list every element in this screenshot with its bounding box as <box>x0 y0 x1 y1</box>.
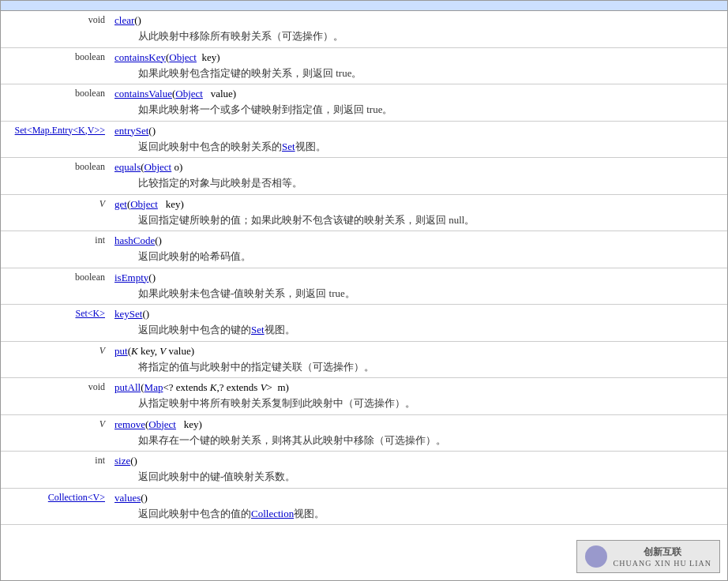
return-type-cell: boolean <box>1 84 110 122</box>
method-cell: keySet()返回此映射中包含的键的Set视图。 <box>110 305 727 342</box>
table-row: intsize()返回此映射中的键-值映射关系数。 <box>1 452 727 489</box>
method-cell: containsKey(Object key)如果此映射包含指定键的映射关系，则… <box>110 47 727 84</box>
method-name-link[interactable]: equals <box>114 161 141 173</box>
table-row: booleanequals(Object o)比较指定的对象与此映射是否相等。 <box>1 158 727 195</box>
param-type-link[interactable]: Map <box>144 381 163 393</box>
method-name-link[interactable]: isEmpty <box>114 272 148 283</box>
method-signature: remove(Object key) <box>114 418 722 431</box>
method-name-link[interactable]: values <box>114 492 141 504</box>
method-description: 如果存在一个键的映射关系，则将其从此映射中移除（可选操作）。 <box>114 433 722 448</box>
method-name-link[interactable]: get <box>114 198 127 210</box>
table-row: Vget(Object key)返回指定键所映射的值；如果此映射不包含该键的映射… <box>1 194 727 231</box>
method-cell: clear()从此映射中移除所有映射关系（可选操作）。 <box>110 11 727 47</box>
param-type-link[interactable]: Object <box>144 161 172 173</box>
table-row: inthashCode()返回此映射的哈希码值。 <box>1 231 727 268</box>
return-type-cell: V <box>1 341 110 378</box>
table-row: voidclear()从此映射中移除所有映射关系（可选操作）。 <box>1 11 727 47</box>
method-name-link[interactable]: clear <box>114 14 134 26</box>
watermark-logo <box>585 545 607 568</box>
method-description: 如果此映射未包含键-值映射关系，则返回 true。 <box>114 286 722 302</box>
method-name-link[interactable]: put <box>114 345 128 357</box>
method-cell: remove(Object key)如果存在一个键的映射关系，则将其从此映射中移… <box>110 414 727 452</box>
method-cell: values()返回此映射中包含的值的Collection视图。 <box>110 488 727 525</box>
method-signature: containsValue(Object value) <box>114 88 722 100</box>
method-cell: equals(Object o)比较指定的对象与此映射是否相等。 <box>110 158 727 195</box>
method-description: 返回此映射中包含的映射关系的Set视图。 <box>114 139 722 155</box>
method-table: voidclear()从此映射中移除所有映射关系（可选操作）。booleanco… <box>1 11 727 525</box>
method-name-link[interactable]: size <box>114 455 130 467</box>
method-signature: putAll(Map<? extends K,? extends V> m) <box>114 381 722 394</box>
return-type-link[interactable]: Set<K> <box>75 308 105 319</box>
method-cell: get(Object key)返回指定键所映射的值；如果此映射不包含该键的映射关… <box>110 194 727 231</box>
return-type-cell: Set<Map.Entry<K,V>> <box>1 121 110 158</box>
table-row: booleancontainsKey(Object key)如果此映射包含指定键… <box>1 47 727 84</box>
return-type-cell: void <box>1 378 110 415</box>
method-signature: entrySet() <box>114 125 722 137</box>
method-signature: equals(Object o) <box>114 161 722 174</box>
method-cell: size()返回此映射中的键-值映射关系数。 <box>110 452 727 489</box>
watermark-line2: CHUANG XIN HU LIAN <box>614 559 711 568</box>
return-type-cell: Set<K> <box>1 305 110 342</box>
method-cell: hashCode()返回此映射的哈希码值。 <box>110 231 727 268</box>
method-name-link[interactable]: containsValue <box>114 88 172 99</box>
table-row: booleanisEmpty()如果此映射未包含键-值映射关系，则返回 true… <box>1 268 727 305</box>
watermark: 创新互联 CHUANG XIN HU LIAN <box>576 540 720 573</box>
return-type-cell: void <box>1 11 110 47</box>
desc-link[interactable]: Collection <box>251 508 294 519</box>
method-description: 返回此映射中包含的值的Collection视图。 <box>114 506 722 522</box>
table-row: Set<Map.Entry<K,V>>entrySet()返回此映射中包含的映射… <box>1 121 727 158</box>
desc-link[interactable]: Set <box>282 141 295 152</box>
section-header <box>1 1 727 11</box>
return-type-cell: V <box>1 414 110 452</box>
method-description: 将指定的值与此映射中的指定键关联（可选操作）。 <box>114 359 722 375</box>
return-type-cell: boolean <box>1 158 110 195</box>
method-cell: entrySet()返回此映射中包含的映射关系的Set视图。 <box>110 121 727 158</box>
desc-link[interactable]: Set <box>251 324 265 335</box>
method-description: 从此映射中移除所有映射关系（可选操作）。 <box>114 28 722 44</box>
method-signature: put(K key, V value) <box>114 345 722 358</box>
method-signature: hashCode() <box>114 234 722 247</box>
table-row: booleancontainsValue(Object value)如果此映射将… <box>1 84 727 122</box>
param-type-link[interactable]: Object <box>130 198 158 210</box>
return-type-cell: boolean <box>1 268 110 305</box>
return-type-link[interactable]: Set<Map.Entry<K,V>> <box>15 125 105 136</box>
page-container: voidclear()从此映射中移除所有映射关系（可选操作）。booleanco… <box>0 0 728 581</box>
method-cell: isEmpty()如果此映射未包含键-值映射关系，则返回 true。 <box>110 268 727 305</box>
method-cell: containsValue(Object value)如果此映射将一个或多个键映… <box>110 84 727 122</box>
return-type-cell: Collection<V> <box>1 488 110 525</box>
return-type-cell: V <box>1 194 110 231</box>
method-name-link[interactable]: hashCode <box>114 234 155 246</box>
table-row: Vremove(Object key)如果存在一个键的映射关系，则将其从此映射中… <box>1 414 727 452</box>
return-type-cell: int <box>1 231 110 268</box>
watermark-line1: 创新互联 <box>614 545 711 559</box>
param-type-link[interactable]: Object <box>175 88 203 99</box>
param-type-link[interactable]: Object <box>148 418 176 430</box>
method-cell: put(K key, V value)将指定的值与此映射中的指定键关联（可选操作… <box>110 341 727 378</box>
method-cell: putAll(Map<? extends K,? extends V> m)从指… <box>110 378 727 415</box>
method-name-link[interactable]: entrySet <box>114 125 148 137</box>
method-description: 比较指定的对象与此映射是否相等。 <box>114 175 722 191</box>
method-description: 如果此映射包含指定键的映射关系，则返回 true。 <box>114 66 722 81</box>
method-description: 返回此映射中的键-值映射关系数。 <box>114 469 722 485</box>
method-description: 返回指定键所映射的值；如果此映射不包含该键的映射关系，则返回 null。 <box>114 212 722 228</box>
table-row: voidputAll(Map<? extends K,? extends V> … <box>1 378 727 415</box>
method-description: 从指定映射中将所有映射关系复制到此映射中（可选操作）。 <box>114 395 722 411</box>
return-type-cell: boolean <box>1 47 110 84</box>
method-signature: clear() <box>114 14 722 27</box>
method-signature: size() <box>114 455 722 467</box>
method-signature: containsKey(Object key) <box>114 51 722 64</box>
method-signature: values() <box>114 492 722 504</box>
method-signature: get(Object key) <box>114 198 722 211</box>
method-name-link[interactable]: remove <box>114 418 145 430</box>
method-signature: isEmpty() <box>114 272 722 284</box>
table-row: Collection<V>values()返回此映射中包含的值的Collecti… <box>1 488 727 525</box>
method-description: 如果此映射将一个或多个键映射到指定值，则返回 true。 <box>114 102 722 118</box>
method-name-link[interactable]: keySet <box>114 308 142 320</box>
return-type-cell: int <box>1 452 110 489</box>
method-name-link[interactable]: containsKey <box>114 51 166 63</box>
method-name-link[interactable]: putAll <box>114 381 141 393</box>
param-type-link[interactable]: Object <box>169 51 197 63</box>
table-row: Vput(K key, V value)将指定的值与此映射中的指定键关联（可选操… <box>1 341 727 378</box>
return-type-link[interactable]: Collection<V> <box>48 492 105 503</box>
method-description: 返回此映射的哈希码值。 <box>114 249 722 264</box>
